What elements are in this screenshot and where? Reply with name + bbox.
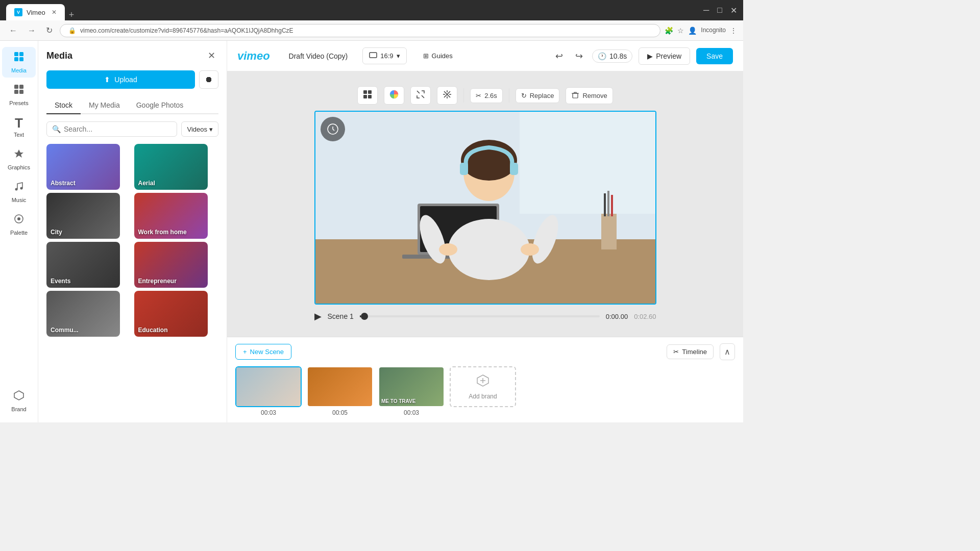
tab-close-button[interactable]: ✕: [52, 9, 57, 16]
upload-label: Upload: [114, 76, 137, 84]
back-button[interactable]: ←: [6, 24, 20, 37]
aspect-ratio-button[interactable]: 16:9 ▾: [362, 47, 406, 64]
add-brand-label: Add brand: [469, 393, 497, 400]
play-icon: ▶: [647, 52, 653, 60]
replace-button[interactable]: ↻ Replace: [516, 88, 560, 103]
svg-rect-5: [19, 85, 23, 89]
category-community[interactable]: Commu...: [46, 291, 120, 337]
close-button[interactable]: ✕: [730, 6, 737, 15]
trim-duration: 2.6s: [484, 92, 497, 99]
svg-point-10: [20, 187, 23, 190]
scene-thumb-1[interactable]: 00:03: [235, 366, 302, 416]
reload-button[interactable]: ↻: [43, 23, 56, 37]
category-abstract[interactable]: Abstract: [46, 144, 120, 190]
panel-close-button[interactable]: ✕: [205, 49, 218, 62]
scene-label: Scene 1: [328, 312, 354, 320]
new-tab-button[interactable]: +: [65, 10, 79, 20]
media-icon: [13, 51, 24, 65]
guides-button[interactable]: ⊞ Guides: [417, 49, 459, 63]
canvas-overlay-icon[interactable]: [321, 117, 345, 141]
browser-toolbar: ← → ↻ 🔒 vimeo.com/create/customize?vid=8…: [0, 20, 743, 41]
remove-button[interactable]: Remove: [566, 87, 612, 104]
category-label: Entrepreneur: [138, 278, 177, 285]
vimeo-logo: vimeo: [237, 49, 270, 63]
category-entrepreneur[interactable]: Entrepreneur: [134, 242, 208, 288]
palette-icon: [13, 213, 24, 228]
category-wfh[interactable]: Work from home: [134, 193, 208, 239]
category-aerial[interactable]: Aerial: [134, 144, 208, 190]
minimize-button[interactable]: ─: [703, 6, 709, 15]
svg-rect-38: [604, 193, 606, 216]
svg-point-32: [448, 219, 530, 280]
svg-rect-6: [14, 90, 18, 94]
sidebar-item-presets[interactable]: Presets: [2, 80, 36, 110]
favicon: V: [14, 8, 22, 16]
upload-icon: ⬆: [104, 76, 110, 84]
timeline-toggle-button[interactable]: ✂ Timeline: [667, 344, 714, 359]
guides-icon: ⊞: [423, 52, 429, 60]
maximize-button[interactable]: □: [717, 6, 722, 15]
new-scene-button[interactable]: + New Scene: [235, 344, 291, 360]
time-total: 0:02.60: [634, 313, 656, 320]
tab-stock[interactable]: Stock: [46, 97, 81, 114]
redo-button[interactable]: ↪: [572, 48, 586, 64]
tab-google-photos[interactable]: Google Photos: [128, 97, 192, 114]
sidebar-item-brand[interactable]: Brand: [2, 386, 36, 416]
timeline-header: + New Scene ✂ Timeline ∧: [235, 343, 735, 360]
tab-my-media[interactable]: My Media: [81, 97, 128, 114]
video-title[interactable]: Draft Video (Copy): [284, 49, 353, 63]
search-input-wrap[interactable]: 🔍: [46, 121, 177, 137]
tab-title: Vimeo: [27, 9, 45, 16]
upload-button[interactable]: ⬆ Upload: [46, 70, 195, 89]
sidebar-item-music[interactable]: Music: [2, 177, 36, 207]
layout-icon: [363, 90, 372, 101]
sidebar-item-text[interactable]: T Text: [2, 112, 36, 142]
color-button[interactable]: [384, 86, 404, 105]
search-input[interactable]: [64, 125, 172, 133]
filter-label: Videos: [187, 126, 207, 133]
bookmark-icon[interactable]: ☆: [677, 27, 684, 35]
active-tab[interactable]: V Vimeo ✕: [6, 4, 65, 20]
duration-badge: 🕐 10.8s: [592, 49, 632, 63]
expand-button[interactable]: [410, 86, 431, 105]
category-city[interactable]: City: [46, 193, 120, 239]
category-education[interactable]: Education: [134, 291, 208, 337]
profile-icon[interactable]: 👤: [688, 27, 697, 35]
window-controls: ─ □ ✕: [703, 6, 737, 15]
play-button[interactable]: ▶: [314, 311, 322, 322]
browser-chrome: V Vimeo ✕ + ─ □ ✕: [0, 0, 743, 20]
new-scene-label: New Scene: [250, 348, 284, 356]
url-bar[interactable]: 🔒 vimeo.com/create/customize?vid=8967457…: [60, 24, 660, 37]
category-label: Work from home: [138, 229, 187, 236]
forward-button[interactable]: →: [24, 24, 39, 37]
chevron-icon: ▾: [397, 52, 400, 60]
save-button[interactable]: Save: [696, 48, 733, 64]
filter-button[interactable]: Videos ▾: [181, 121, 218, 137]
collapse-button[interactable]: ∧: [720, 343, 735, 360]
progress-track[interactable]: [360, 315, 600, 317]
trim-button[interactable]: ✂ 2.6s: [470, 88, 503, 103]
effects-button[interactable]: [437, 86, 457, 105]
add-brand-placeholder[interactable]: Add brand: [450, 366, 516, 407]
media-label: Media: [11, 67, 27, 73]
category-label: City: [51, 229, 62, 236]
scissors-icon: ✂: [673, 348, 679, 356]
record-button[interactable]: ⏺: [199, 70, 218, 89]
category-events[interactable]: Events: [46, 242, 120, 288]
text-label: Text: [14, 132, 24, 138]
menu-icon[interactable]: ⋮: [730, 27, 737, 35]
svg-rect-40: [611, 195, 613, 216]
sidebar-item-graphics[interactable]: Graphics: [2, 144, 36, 174]
undo-button[interactable]: ↩: [552, 48, 566, 64]
extensions-icon[interactable]: 🧩: [665, 27, 673, 35]
sidebar-item-palette[interactable]: Palette: [2, 209, 36, 240]
layout-button[interactable]: [357, 86, 378, 105]
video-canvas[interactable]: [314, 111, 656, 305]
scene-thumb-2[interactable]: 00:05: [307, 366, 373, 416]
preview-button[interactable]: ▶ Preview: [639, 47, 690, 65]
sidebar-item-media[interactable]: Media: [2, 47, 36, 78]
scene-thumb-3[interactable]: ME TO TRAVE 00:03: [378, 366, 445, 416]
media-grid: Abstract Aerial City Work from home Even…: [46, 144, 218, 337]
separator: [463, 88, 464, 103]
replace-icon: ↻: [521, 92, 527, 99]
